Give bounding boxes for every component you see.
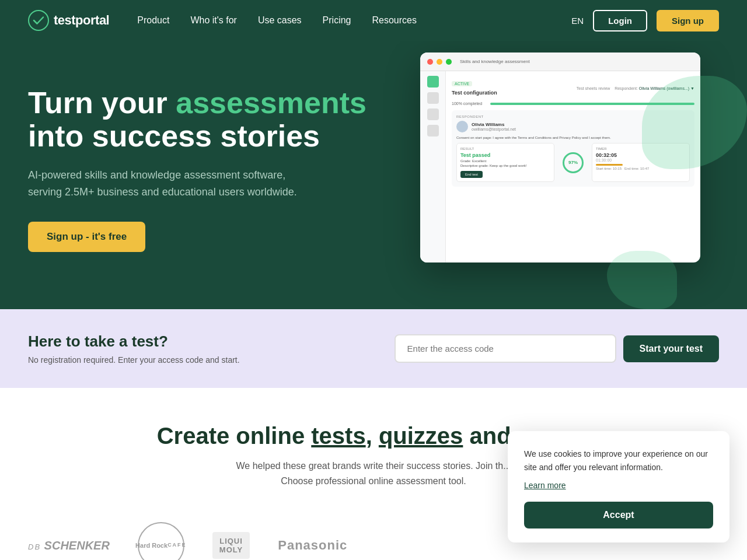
cookie-learn-more-link[interactable]: Learn more [524, 481, 713, 490]
ss-result-pass: Test passed [460, 152, 550, 158]
hero-title-suffix: into success stories [28, 119, 320, 153]
nav-item-use-cases[interactable]: Use cases [258, 15, 302, 26]
ss-result-label: RESULT [460, 147, 550, 150]
hero-title-highlight: assessments [176, 86, 366, 120]
screenshot-header: Skills and knowledge assessment [420, 52, 700, 71]
create-title-sep1: , [366, 423, 379, 449]
decorative-blob-2 [607, 251, 677, 309]
nav-item-resources[interactable]: Resources [372, 15, 417, 26]
ss-desc-grade: Descriptive grade: Keep up the good work… [460, 164, 550, 167]
brand-liquimoly: LIQUIMOLY [212, 532, 250, 559]
nav-item-product[interactable]: Product [137, 15, 169, 26]
take-test-left: Here to take a test? No registration req… [28, 332, 371, 365]
take-test-subtitle: No registration required. Enter your acc… [28, 355, 371, 365]
hero-content: Turn your assessments into success stori… [28, 86, 378, 252]
take-test-right: Start your test [395, 334, 719, 363]
take-test-title: Here to take a test? [28, 332, 371, 351]
take-test-section: Here to take a test? No registration req… [0, 309, 747, 388]
ss-result-grade: Grade: Excellent [460, 159, 550, 163]
hero-subtitle: AI-powered skills and knowledge assessme… [28, 167, 308, 201]
nav-item-pricing[interactable]: Pricing [323, 15, 351, 26]
logo-text: testportal [54, 13, 109, 28]
cookie-banner: We use cookies to improve your experienc… [508, 431, 729, 542]
login-button[interactable]: Login [593, 10, 647, 32]
access-code-input[interactable] [395, 334, 616, 363]
ss-section-title: Test configuration [452, 90, 497, 96]
ss-sidebar-icon-3 [427, 108, 439, 120]
brand-panasonic: Panasonic [278, 538, 347, 553]
nav-right: EN Login Sign up [571, 10, 719, 32]
hero-title-prefix: Turn your [28, 86, 176, 120]
screenshot-title: Skills and knowledge assessment [460, 59, 530, 64]
ss-sidebar-icon-2 [427, 92, 439, 104]
brand-hardrock: Hard RockCAFE [138, 522, 184, 560]
navigation: testportal Product Who it's for Use case… [0, 0, 747, 41]
hero-cta-button[interactable]: Sign up - it's free [28, 222, 145, 252]
cookie-text: We use cookies to improve your experienc… [524, 447, 713, 474]
ss-badge: ACTIVE [452, 81, 472, 86]
language-selector[interactable]: EN [571, 16, 584, 26]
hero-section: Turn your assessments into success stori… [0, 41, 747, 309]
window-dot-green [446, 59, 452, 65]
nav-links: Product Who it's for Use cases Pricing R… [137, 15, 571, 26]
start-test-button[interactable]: Start your test [623, 335, 719, 362]
ss-sidebar-icon-4 [427, 125, 439, 136]
ss-progress-label: 100% completed [452, 102, 487, 106]
brand-schenker: DB SCHENKER [28, 539, 110, 552]
ss-sidebar-icon-1 [427, 76, 439, 88]
create-title-link2[interactable]: quizzes [379, 423, 463, 449]
ss-time-bar [596, 164, 623, 166]
nav-item-who-its-for[interactable]: Who it's for [190, 15, 237, 26]
svg-point-0 [29, 10, 48, 30]
logo[interactable]: testportal [28, 10, 109, 31]
ss-end-btn: End test [460, 171, 483, 178]
window-dot-red [427, 59, 433, 65]
ss-score-circle: 97% [563, 152, 584, 173]
ss-avatar [456, 121, 468, 132]
create-title-prefix: Create online [157, 423, 312, 449]
cookie-accept-button[interactable]: Accept [524, 502, 713, 528]
ss-result-box: RESULT Test passed Grade: Excellent Desc… [456, 143, 554, 182]
window-dot-yellow [437, 59, 442, 65]
create-title-link1[interactable]: tests [311, 423, 365, 449]
screenshot-sidebar [420, 71, 446, 262]
ss-respondent-name: Olivia Williams [472, 122, 516, 127]
signup-nav-button[interactable]: Sign up [657, 10, 719, 32]
ss-respondent-email: owilliams@testportal.net [472, 127, 516, 131]
hero-title: Turn your assessments into success stori… [28, 86, 378, 153]
